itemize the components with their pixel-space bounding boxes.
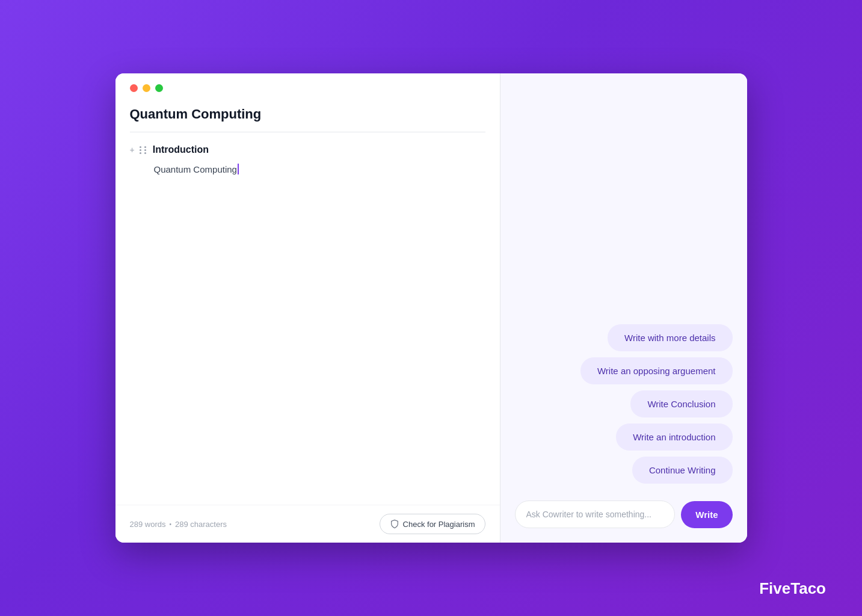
section-header: + Introduction xyxy=(130,144,485,155)
cowriter-input[interactable] xyxy=(515,500,676,528)
brand-logo: FiveTaco xyxy=(759,579,826,598)
shield-icon xyxy=(390,519,399,529)
count-separator: • xyxy=(169,521,171,528)
section-content[interactable]: Quantum Computing xyxy=(130,162,485,177)
maximize-button[interactable] xyxy=(155,84,163,92)
title-bar: Quantum Computing xyxy=(115,73,500,132)
window-controls xyxy=(130,84,485,92)
brand-text: FiveTaco xyxy=(759,579,826,597)
write-button[interactable]: Write xyxy=(681,501,732,528)
write-opposing-button[interactable]: Write an opposing arguement xyxy=(580,357,733,384)
document-title: Quantum Computing xyxy=(130,106,485,122)
section-title: Introduction xyxy=(153,144,209,155)
app-window: Quantum Computing + Introduction Quantum… xyxy=(115,73,747,543)
word-count-area: 289 words • 289 characters xyxy=(130,520,227,529)
write-conclusion-button[interactable]: Write Conclusion xyxy=(630,390,732,417)
right-panel: Write with more details Write an opposin… xyxy=(500,73,747,543)
write-more-details-button[interactable]: Write with more details xyxy=(608,324,732,351)
word-count: 289 words xyxy=(130,520,166,529)
content-area: + Introduction Quantum Computing xyxy=(115,132,500,505)
write-input-row: Write xyxy=(515,500,733,528)
close-button[interactable] xyxy=(130,84,138,92)
drag-icon xyxy=(140,146,148,154)
continue-writing-button[interactable]: Continue Writing xyxy=(632,457,733,484)
add-section-icon[interactable]: + xyxy=(130,145,135,155)
plagiarism-label: Check for Plagiarism xyxy=(403,520,475,529)
text-cursor xyxy=(238,164,239,174)
left-panel: Quantum Computing + Introduction Quantum… xyxy=(115,73,500,543)
bottom-bar: 289 words • 289 characters Check for Pla… xyxy=(115,505,500,543)
ai-buttons-area: Write with more details Write an opposin… xyxy=(515,88,733,493)
plagiarism-button[interactable]: Check for Plagiarism xyxy=(380,514,485,534)
minimize-button[interactable] xyxy=(143,84,150,92)
write-introduction-button[interactable]: Write an introduction xyxy=(616,424,732,451)
section-text: Quantum Computing xyxy=(154,164,237,174)
char-count: 289 characters xyxy=(175,520,227,529)
